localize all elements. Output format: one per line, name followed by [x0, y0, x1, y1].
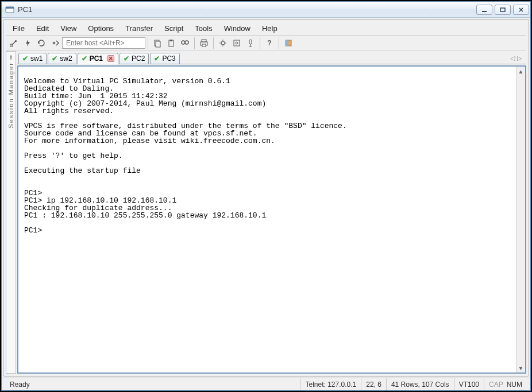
- svg-rect-1: [6, 7, 14, 9]
- svg-rect-20: [286, 40, 288, 46]
- status-size: 41 Rows, 107 Cols: [386, 378, 454, 390]
- separator: [279, 37, 279, 49]
- status-num-label: NUM: [507, 381, 522, 389]
- svg-point-14: [221, 41, 225, 45]
- session-options-icon[interactable]: [230, 37, 244, 49]
- svg-rect-13: [202, 44, 206, 46]
- menu-script[interactable]: Script: [160, 23, 188, 34]
- check-icon: ✔: [22, 55, 28, 63]
- content-row: Session Manager ✔ sw1 ✔ sw2 ✔ PC1 ✕: [6, 51, 526, 374]
- svg-rect-2: [482, 11, 487, 12]
- keymap-icon[interactable]: [244, 37, 257, 49]
- tab-scroll-left-icon[interactable]: ◁: [510, 55, 515, 62]
- svg-rect-3: [500, 8, 505, 11]
- check-icon: ✔: [154, 55, 160, 63]
- svg-point-16: [236, 42, 238, 44]
- window-title: PC1: [18, 5, 476, 14]
- menu-options[interactable]: Options: [83, 23, 118, 34]
- menu-window[interactable]: Window: [219, 23, 255, 34]
- quick-connect-icon[interactable]: [21, 37, 34, 49]
- tab-scroll-right-icon[interactable]: ▷: [517, 55, 522, 62]
- session-manager-label: Session Manager: [7, 62, 14, 129]
- tab-pc1[interactable]: ✔ PC1 ✕: [78, 53, 118, 64]
- tab-label: sw1: [30, 55, 43, 63]
- status-ready: Ready: [5, 378, 34, 390]
- client-area: File Edit View Options Transfer Script T…: [3, 19, 529, 377]
- scroll-up-icon[interactable]: ▲: [516, 67, 525, 76]
- connect-icon[interactable]: [7, 37, 21, 49]
- toolbar: ?: [6, 35, 526, 51]
- separator: [260, 37, 260, 49]
- copy-icon[interactable]: [151, 37, 164, 49]
- svg-rect-6: [156, 41, 160, 47]
- tab-pc2[interactable]: ✔ PC2: [119, 53, 149, 64]
- tab-pc3[interactable]: ✔ PC3: [150, 53, 179, 64]
- svg-text:?: ?: [267, 39, 271, 47]
- disconnect-icon[interactable]: [48, 37, 62, 49]
- tab-label: sw2: [60, 55, 72, 63]
- print-icon[interactable]: [197, 37, 211, 49]
- svg-rect-8: [170, 40, 172, 41]
- close-tab-icon[interactable]: ✕: [107, 55, 114, 62]
- window-buttons: [476, 5, 529, 15]
- check-icon: ✔: [124, 55, 129, 63]
- scroll-down-icon[interactable]: ▼: [516, 363, 525, 372]
- reconnect-icon[interactable]: [34, 37, 48, 49]
- maximize-button[interactable]: [495, 5, 511, 15]
- status-emulation: VT100: [454, 378, 484, 390]
- menu-file[interactable]: File: [8, 23, 29, 34]
- statusbar: Ready Telnet: 127.0.0.1 22, 6 41 Rows, 1…: [2, 378, 530, 390]
- tab-sw2[interactable]: ✔ sw2: [48, 53, 76, 64]
- svg-rect-15: [234, 40, 240, 46]
- session-manager-sidebar[interactable]: Session Manager: [6, 51, 16, 374]
- check-icon: ✔: [82, 55, 87, 63]
- tab-scroll-arrows: ◁ ▷: [510, 55, 525, 62]
- tab-label: PC1: [90, 55, 103, 63]
- menu-view[interactable]: View: [56, 23, 81, 34]
- terminal-output[interactable]: Welcome to Virtual PC Simulator, version…: [18, 67, 516, 372]
- terminal-frame: Welcome to Virtual PC Simulator, version…: [17, 65, 526, 374]
- host-input[interactable]: [62, 37, 145, 49]
- status-cap-label: CAP: [489, 381, 503, 389]
- main-panel: ✔ sw1 ✔ sw2 ✔ PC1 ✕ ✔ PC2: [17, 51, 526, 374]
- menu-help[interactable]: Help: [257, 23, 282, 34]
- status-caps: CAP NUM: [484, 378, 527, 390]
- help-icon[interactable]: ?: [263, 37, 276, 49]
- titlebar: PC1: [2, 2, 530, 18]
- check-icon: ✔: [52, 55, 57, 63]
- status-protocol: Telnet: 127.0.0.1: [300, 378, 361, 390]
- settings-icon[interactable]: [216, 37, 230, 49]
- vertical-scrollbar[interactable]: ▲ ▼: [516, 67, 525, 372]
- svg-rect-17: [249, 40, 252, 44]
- session-tabs: ✔ sw1 ✔ sw2 ✔ PC1 ✕ ✔ PC2: [17, 51, 526, 64]
- tab-label: PC3: [162, 55, 175, 63]
- tab-label: PC2: [132, 55, 145, 63]
- app-icon: [5, 5, 14, 14]
- menu-edit[interactable]: Edit: [32, 23, 53, 34]
- app-window: PC1 File Edit View Options Transfer Scri…: [1, 1, 531, 391]
- toggle-icon[interactable]: [282, 37, 295, 49]
- menu-tools[interactable]: Tools: [190, 23, 217, 34]
- menu-transfer[interactable]: Transfer: [121, 23, 157, 34]
- minimize-button[interactable]: [476, 5, 492, 15]
- svg-rect-11: [202, 40, 206, 42]
- paste-icon[interactable]: [164, 37, 178, 49]
- separator: [213, 37, 214, 49]
- scroll-track[interactable]: [516, 76, 525, 363]
- separator: [194, 37, 195, 49]
- pin-icon[interactable]: [8, 54, 14, 60]
- separator: [148, 37, 148, 49]
- tab-sw1[interactable]: ✔ sw1: [18, 53, 47, 64]
- find-icon[interactable]: [178, 37, 192, 49]
- status-cursor: 22, 6: [361, 378, 386, 390]
- menubar: File Edit View Options Transfer Script T…: [6, 22, 526, 35]
- close-button[interactable]: [513, 5, 529, 15]
